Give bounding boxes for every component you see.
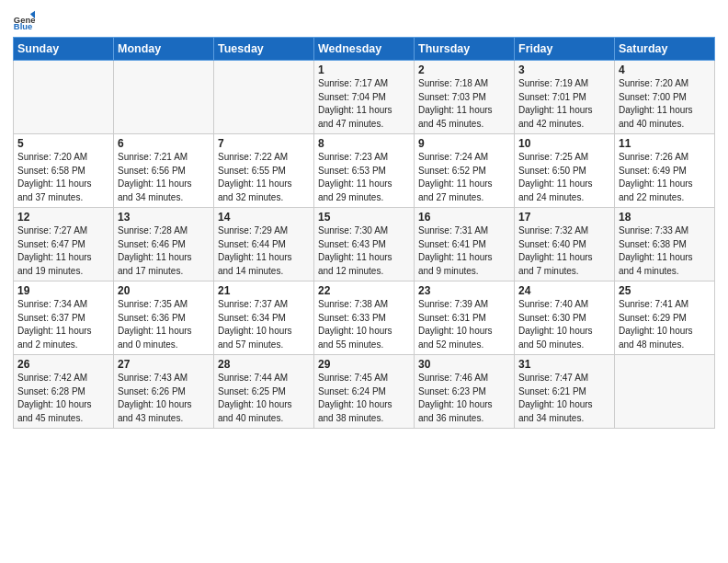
calendar-day-cell: 7Sunrise: 7:22 AMSunset: 6:55 PMDaylight… [214, 134, 314, 208]
weekday-header-thursday: Thursday [415, 38, 515, 61]
calendar-day-cell: 15Sunrise: 7:30 AMSunset: 6:43 PMDayligh… [314, 208, 415, 282]
day-info: Sunrise: 7:31 AMSunset: 6:41 PMDaylight:… [418, 224, 510, 278]
day-number: 28 [218, 358, 310, 371]
calendar-day-cell: 17Sunrise: 7:32 AMSunset: 6:40 PMDayligh… [515, 208, 615, 282]
day-info: Sunrise: 7:29 AMSunset: 6:44 PMDaylight:… [218, 224, 310, 278]
day-number: 16 [418, 211, 510, 224]
day-number: 15 [318, 211, 410, 224]
calendar-day-cell [615, 355, 715, 429]
day-info: Sunrise: 7:24 AMSunset: 6:52 PMDaylight:… [418, 151, 510, 204]
day-number: 10 [518, 137, 610, 150]
calendar-day-cell: 20Sunrise: 7:35 AMSunset: 6:36 PMDayligh… [114, 282, 214, 355]
calendar-day-cell: 9Sunrise: 7:24 AMSunset: 6:52 PMDaylight… [415, 134, 515, 208]
day-number: 29 [318, 358, 410, 371]
day-number: 27 [118, 358, 210, 371]
logo: General Blue [13, 9, 39, 31]
calendar-day-cell: 12Sunrise: 7:27 AMSunset: 6:47 PMDayligh… [14, 208, 114, 282]
day-number: 26 [17, 358, 109, 371]
weekday-header-tuesday: Tuesday [214, 38, 314, 61]
day-info: Sunrise: 7:20 AMSunset: 7:00 PMDaylight:… [619, 77, 711, 131]
calendar-week-row: 12Sunrise: 7:27 AMSunset: 6:47 PMDayligh… [14, 208, 715, 282]
day-info: Sunrise: 7:28 AMSunset: 6:46 PMDaylight:… [118, 224, 210, 278]
day-info: Sunrise: 7:47 AMSunset: 6:21 PMDaylight:… [518, 372, 610, 425]
calendar-day-cell: 25Sunrise: 7:41 AMSunset: 6:29 PMDayligh… [615, 282, 715, 355]
calendar-day-cell: 30Sunrise: 7:46 AMSunset: 6:23 PMDayligh… [415, 355, 515, 429]
weekday-header-friday: Friday [515, 38, 615, 61]
day-info: Sunrise: 7:20 AMSunset: 6:58 PMDaylight:… [17, 151, 109, 204]
day-number: 12 [17, 211, 109, 224]
calendar-day-cell: 13Sunrise: 7:28 AMSunset: 6:46 PMDayligh… [114, 208, 214, 282]
calendar-table: SundayMondayTuesdayWednesdayThursdayFrid… [13, 37, 715, 429]
calendar-day-cell [114, 61, 214, 134]
day-number: 20 [118, 284, 210, 297]
calendar-day-cell: 11Sunrise: 7:26 AMSunset: 6:49 PMDayligh… [615, 134, 715, 208]
day-number: 3 [518, 63, 610, 76]
calendar-day-cell: 14Sunrise: 7:29 AMSunset: 6:44 PMDayligh… [214, 208, 314, 282]
day-number: 22 [318, 284, 410, 297]
page-header: General Blue [13, 9, 715, 31]
day-info: Sunrise: 7:40 AMSunset: 6:30 PMDaylight:… [518, 298, 610, 351]
day-info: Sunrise: 7:38 AMSunset: 6:33 PMDaylight:… [318, 298, 410, 351]
day-info: Sunrise: 7:32 AMSunset: 6:40 PMDaylight:… [518, 224, 610, 278]
day-number: 4 [619, 63, 711, 76]
calendar-week-row: 5Sunrise: 7:20 AMSunset: 6:58 PMDaylight… [14, 134, 715, 208]
calendar-day-cell: 22Sunrise: 7:38 AMSunset: 6:33 PMDayligh… [314, 282, 415, 355]
day-number: 7 [218, 137, 310, 150]
calendar-day-cell: 24Sunrise: 7:40 AMSunset: 6:30 PMDayligh… [515, 282, 615, 355]
day-info: Sunrise: 7:46 AMSunset: 6:23 PMDaylight:… [418, 372, 510, 425]
calendar-day-cell [214, 61, 314, 134]
day-number: 18 [619, 211, 711, 224]
day-info: Sunrise: 7:42 AMSunset: 6:28 PMDaylight:… [17, 372, 109, 425]
day-number: 31 [518, 358, 610, 371]
weekday-header-row: SundayMondayTuesdayWednesdayThursdayFrid… [14, 38, 715, 61]
logo-icon: General Blue [13, 9, 35, 31]
day-info: Sunrise: 7:22 AMSunset: 6:55 PMDaylight:… [218, 151, 310, 204]
calendar-day-cell: 29Sunrise: 7:45 AMSunset: 6:24 PMDayligh… [314, 355, 415, 429]
day-number: 6 [118, 137, 210, 150]
page-container: General Blue SundayMondayTuesdayWednesda… [0, 0, 728, 436]
calendar-day-cell: 4Sunrise: 7:20 AMSunset: 7:00 PMDaylight… [615, 61, 715, 134]
day-number: 2 [418, 63, 510, 76]
day-info: Sunrise: 7:26 AMSunset: 6:49 PMDaylight:… [619, 151, 711, 204]
calendar-day-cell: 26Sunrise: 7:42 AMSunset: 6:28 PMDayligh… [14, 355, 114, 429]
calendar-day-cell: 23Sunrise: 7:39 AMSunset: 6:31 PMDayligh… [415, 282, 515, 355]
day-info: Sunrise: 7:25 AMSunset: 6:50 PMDaylight:… [518, 151, 610, 204]
day-info: Sunrise: 7:39 AMSunset: 6:31 PMDaylight:… [418, 298, 510, 351]
day-number: 14 [218, 211, 310, 224]
calendar-week-row: 19Sunrise: 7:34 AMSunset: 6:37 PMDayligh… [14, 282, 715, 355]
calendar-day-cell: 28Sunrise: 7:44 AMSunset: 6:25 PMDayligh… [214, 355, 314, 429]
calendar-week-row: 1Sunrise: 7:17 AMSunset: 7:04 PMDaylight… [14, 61, 715, 134]
calendar-day-cell: 1Sunrise: 7:17 AMSunset: 7:04 PMDaylight… [314, 61, 415, 134]
weekday-header-monday: Monday [114, 38, 214, 61]
day-info: Sunrise: 7:33 AMSunset: 6:38 PMDaylight:… [619, 224, 711, 278]
day-info: Sunrise: 7:43 AMSunset: 6:26 PMDaylight:… [118, 372, 210, 425]
calendar-day-cell: 31Sunrise: 7:47 AMSunset: 6:21 PMDayligh… [515, 355, 615, 429]
day-number: 5 [17, 137, 109, 150]
calendar-day-cell: 8Sunrise: 7:23 AMSunset: 6:53 PMDaylight… [314, 134, 415, 208]
day-info: Sunrise: 7:23 AMSunset: 6:53 PMDaylight:… [318, 151, 410, 204]
calendar-day-cell: 21Sunrise: 7:37 AMSunset: 6:34 PMDayligh… [214, 282, 314, 355]
day-number: 1 [318, 63, 410, 76]
weekday-header-sunday: Sunday [14, 38, 114, 61]
day-number: 13 [118, 211, 210, 224]
day-info: Sunrise: 7:37 AMSunset: 6:34 PMDaylight:… [218, 298, 310, 351]
day-number: 21 [218, 284, 310, 297]
svg-text:Blue: Blue [14, 21, 32, 31]
day-number: 11 [619, 137, 711, 150]
day-number: 9 [418, 137, 510, 150]
day-info: Sunrise: 7:30 AMSunset: 6:43 PMDaylight:… [318, 224, 410, 278]
day-number: 17 [518, 211, 610, 224]
day-info: Sunrise: 7:41 AMSunset: 6:29 PMDaylight:… [619, 298, 711, 351]
calendar-day-cell: 10Sunrise: 7:25 AMSunset: 6:50 PMDayligh… [515, 134, 615, 208]
calendar-day-cell: 2Sunrise: 7:18 AMSunset: 7:03 PMDaylight… [415, 61, 515, 134]
day-number: 23 [418, 284, 510, 297]
day-number: 30 [418, 358, 510, 371]
day-info: Sunrise: 7:17 AMSunset: 7:04 PMDaylight:… [318, 77, 410, 131]
day-info: Sunrise: 7:45 AMSunset: 6:24 PMDaylight:… [318, 372, 410, 425]
day-info: Sunrise: 7:34 AMSunset: 6:37 PMDaylight:… [17, 298, 109, 351]
day-number: 8 [318, 137, 410, 150]
calendar-day-cell: 18Sunrise: 7:33 AMSunset: 6:38 PMDayligh… [615, 208, 715, 282]
day-info: Sunrise: 7:35 AMSunset: 6:36 PMDaylight:… [118, 298, 210, 351]
calendar-day-cell: 3Sunrise: 7:19 AMSunset: 7:01 PMDaylight… [515, 61, 615, 134]
weekday-header-saturday: Saturday [615, 38, 715, 61]
